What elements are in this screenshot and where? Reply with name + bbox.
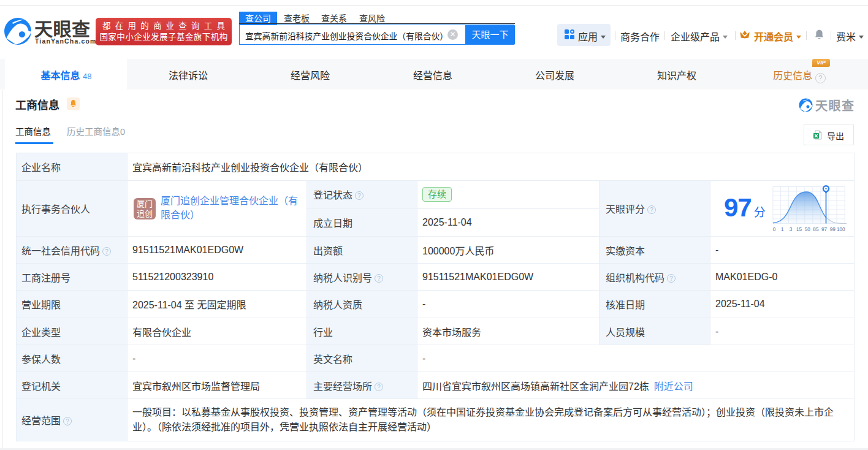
svg-text:100: 100 (836, 227, 845, 232)
svg-text:15: 15 (796, 227, 802, 232)
svg-text:97: 97 (821, 227, 827, 232)
svg-text:1: 1 (781, 227, 784, 232)
svg-text:0: 0 (772, 227, 775, 232)
svg-text:99: 99 (829, 227, 836, 232)
svg-text:3: 3 (789, 227, 792, 232)
svg-text:85: 85 (813, 227, 819, 232)
svg-text:50: 50 (804, 227, 810, 232)
svg-text:天眼查: 天眼查 (815, 99, 855, 113)
